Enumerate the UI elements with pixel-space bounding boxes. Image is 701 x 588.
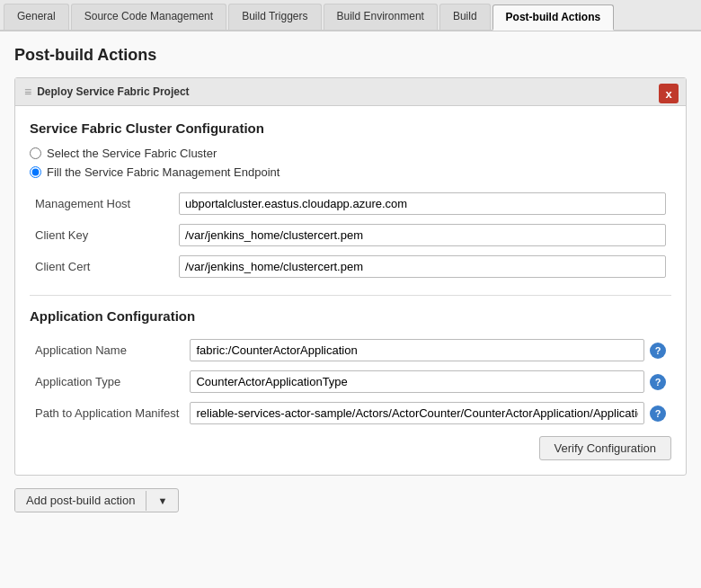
app-field-label-2: Path to Application Manifest bbox=[30, 397, 184, 429]
tab-post-build-actions[interactable]: Post-build Actions bbox=[492, 4, 615, 31]
app-field-input-0[interactable] bbox=[190, 339, 644, 361]
app-fields-table: Application Name ? Application Type ? Pa… bbox=[30, 334, 671, 429]
radio-row-2: Fill the Service Fabric Management Endpo… bbox=[30, 165, 671, 179]
app-field-with-help-0: ? bbox=[190, 339, 666, 361]
app-field-input-cell-0: ? bbox=[184, 334, 671, 366]
app-field-input-2[interactable] bbox=[190, 402, 644, 424]
tab-build-triggers[interactable]: Build Triggers bbox=[228, 4, 321, 30]
drag-handle-icon: ≡ bbox=[24, 85, 31, 99]
app-field-with-help-2: ? bbox=[190, 402, 666, 424]
verify-configuration-button[interactable]: Verify Configuration bbox=[539, 436, 671, 460]
verify-btn-row: Verify Configuration bbox=[30, 436, 671, 460]
app-field-row-2: Path to Application Manifest ? bbox=[30, 397, 671, 429]
tab-build-environment[interactable]: Build Environment bbox=[324, 4, 438, 30]
radio-label-2[interactable]: Fill the Service Fabric Management Endpo… bbox=[47, 165, 280, 179]
tab-source-code-management[interactable]: Source Code Management bbox=[71, 4, 226, 30]
cluster-field-row-1: Client Key bbox=[30, 219, 671, 251]
help-icon-1[interactable]: ? bbox=[650, 374, 666, 390]
tab-bar: GeneralSource Code ManagementBuild Trigg… bbox=[0, 0, 701, 31]
tab-build[interactable]: Build bbox=[439, 4, 491, 30]
cluster-field-input-0[interactable] bbox=[179, 192, 666, 215]
cluster-config-title: Service Fabric Cluster Configuration bbox=[30, 120, 671, 136]
deploy-section-card: ≡ Deploy Service Fabric Project x Servic… bbox=[14, 77, 687, 476]
cluster-field-row-0: Management Host bbox=[30, 188, 671, 219]
add-action-dropdown-icon[interactable]: ▼ bbox=[146, 491, 178, 511]
app-field-input-cell-1: ? bbox=[184, 366, 671, 397]
tab-general[interactable]: General bbox=[4, 4, 69, 30]
add-action-label: Add post-build action bbox=[15, 489, 146, 512]
close-section-button[interactable]: x bbox=[659, 84, 679, 103]
app-field-input-1[interactable] bbox=[190, 370, 644, 393]
page-title: Post-build Actions bbox=[14, 46, 687, 65]
cluster-field-input-cell-0 bbox=[173, 188, 671, 219]
cluster-field-input-1[interactable] bbox=[179, 224, 666, 246]
deploy-section-header: ≡ Deploy Service Fabric Project x bbox=[15, 78, 686, 106]
help-icon-0[interactable]: ? bbox=[650, 343, 666, 359]
cluster-field-input-2[interactable] bbox=[179, 255, 666, 278]
radio-label-1[interactable]: Select the Service Fabric Cluster bbox=[47, 147, 217, 160]
help-icon-2[interactable]: ? bbox=[650, 405, 666, 422]
cluster-field-input-cell-2 bbox=[173, 251, 671, 282]
section-divider bbox=[30, 295, 671, 296]
deploy-section-title: Deploy Service Fabric Project bbox=[37, 85, 189, 98]
app-field-row-1: Application Type ? bbox=[30, 366, 671, 397]
cluster-field-row-2: Client Cert bbox=[30, 251, 671, 282]
cluster-field-input-cell-1 bbox=[173, 219, 671, 251]
app-field-input-cell-2: ? bbox=[184, 397, 671, 429]
add-post-build-action-button[interactable]: Add post-build action ▼ bbox=[14, 488, 179, 512]
cluster-field-label-0: Management Host bbox=[30, 188, 173, 219]
cluster-field-label-1: Client Key bbox=[30, 219, 173, 251]
section-inner: Service Fabric Cluster Configuration Sel… bbox=[15, 106, 686, 475]
app-field-row-0: Application Name ? bbox=[30, 334, 671, 366]
app-field-label-0: Application Name bbox=[30, 334, 184, 366]
radio-fill-endpoint[interactable] bbox=[30, 166, 41, 178]
cluster-field-label-2: Client Cert bbox=[30, 251, 173, 282]
radio-group: Select the Service Fabric Cluster Fill t… bbox=[30, 147, 671, 179]
radio-select-cluster[interactable] bbox=[30, 147, 41, 159]
cluster-fields-table: Management Host Client Key Client Cert bbox=[30, 188, 671, 282]
main-content: Post-build Actions ≡ Deploy Service Fabr… bbox=[0, 31, 701, 588]
app-field-label-1: Application Type bbox=[30, 366, 184, 397]
radio-row-1: Select the Service Fabric Cluster bbox=[30, 147, 671, 160]
app-field-with-help-1: ? bbox=[190, 370, 666, 393]
app-config-title: Application Configuration bbox=[30, 308, 671, 324]
